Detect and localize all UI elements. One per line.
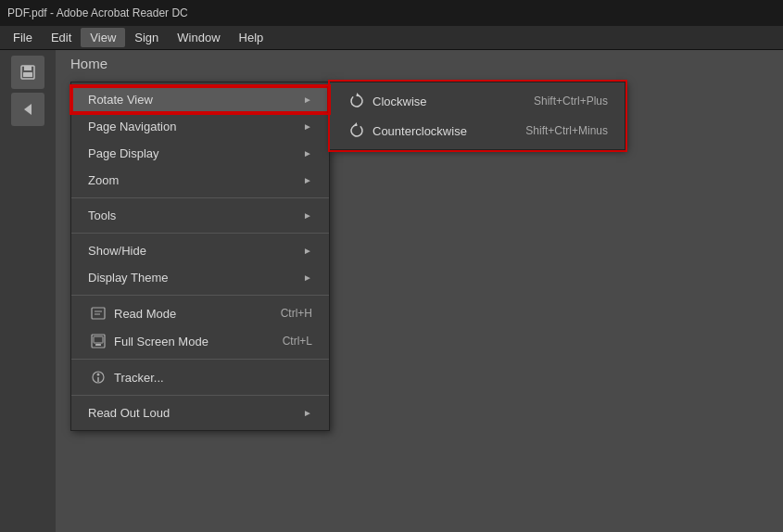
menu-item-page-display[interactable]: Page Display ► [71, 140, 329, 167]
app-title: PDF.pdf - Adobe Acrobat Reader DC [7, 6, 188, 19]
page-nav-label: Page Navigation [88, 120, 284, 133]
home-label: Home [70, 56, 107, 71]
rotate-submenu-box: Clockwise Shift+Ctrl+Plus Counterclockwi… [330, 82, 625, 150]
rotate-submenu: Clockwise Shift+Ctrl+Plus Counterclockwi… [329, 82, 625, 150]
separator-1 [71, 197, 329, 198]
display-theme-arrow: ► [303, 272, 312, 283]
rotate-view-label: Rotate View [88, 93, 284, 107]
counterclockwise-shortcut: Shift+Ctrl+Minus [525, 124, 608, 137]
menu-item-read-mode[interactable]: Read Mode Ctrl+H [71, 299, 329, 327]
page-display-label: Page Display [88, 146, 284, 160]
tracker-icon [88, 370, 108, 385]
menu-item-page-nav[interactable]: Page Navigation ► [71, 113, 329, 140]
svg-rect-1 [24, 66, 32, 70]
svg-rect-4 [92, 308, 105, 319]
menu-item-display-theme[interactable]: Display Theme ► [71, 264, 329, 291]
full-screen-icon [88, 334, 108, 348]
separator-5 [71, 395, 329, 396]
svg-marker-14 [353, 122, 357, 126]
full-screen-label: Full Screen Mode [114, 335, 255, 348]
counterclockwise-label: Counterclockwise [373, 124, 498, 138]
toolbar [0, 50, 56, 532]
svg-point-11 [97, 374, 100, 376]
show-hide-label: Show/Hide [88, 244, 284, 258]
read-mode-icon [88, 306, 108, 321]
separator-3 [71, 295, 329, 296]
menu-item-tools[interactable]: Tools ► [71, 202, 329, 229]
show-hide-arrow: ► [303, 246, 312, 256]
menu-view[interactable]: View [81, 28, 125, 47]
home-tab: Home [56, 50, 122, 77]
tracker-label: Tracker... [114, 371, 312, 385]
full-screen-shortcut: Ctrl+L [283, 335, 312, 348]
read-out-loud-arrow: ► [303, 408, 312, 418]
counterclockwise-icon [347, 122, 367, 139]
svg-marker-3 [24, 104, 32, 115]
clockwise-shortcut: Shift+Ctrl+Plus [534, 95, 608, 108]
svg-marker-13 [357, 93, 360, 96]
page-nav-arrow: ► [303, 121, 312, 132]
save-button[interactable] [11, 56, 44, 89]
tools-label: Tools [88, 209, 284, 222]
menu-edit[interactable]: Edit [42, 28, 81, 47]
svg-rect-2 [23, 72, 32, 77]
nav-prev-button[interactable] [11, 93, 44, 126]
zoom-label: Zoom [88, 173, 284, 187]
separator-2 [71, 233, 329, 234]
page-display-arrow: ► [303, 148, 312, 158]
tools-arrow: ► [303, 210, 312, 221]
display-theme-label: Display Theme [88, 271, 284, 285]
svg-rect-8 [94, 336, 103, 343]
read-mode-shortcut: Ctrl+H [281, 307, 312, 320]
read-mode-label: Read Mode [114, 307, 253, 321]
rotate-view-arrow: ► [303, 95, 312, 105]
clockwise-label: Clockwise [373, 95, 506, 108]
menu-window[interactable]: Window [168, 28, 229, 47]
read-out-loud-label: Read Out Loud [88, 406, 284, 420]
view-menu: Rotate View ► Page Navigation ► Page Dis… [70, 82, 330, 431]
menu-item-zoom[interactable]: Zoom ► [71, 167, 329, 194]
menu-help[interactable]: Help [230, 28, 273, 47]
menu-item-rotate-view[interactable]: Rotate View ► [71, 86, 329, 113]
menu-item-read-out-loud[interactable]: Read Out Loud ► [71, 399, 329, 426]
svg-rect-9 [95, 344, 101, 346]
menu-item-tracker[interactable]: Tracker... [71, 363, 329, 391]
zoom-arrow: ► [303, 175, 312, 185]
separator-4 [71, 359, 329, 360]
title-bar: PDF.pdf - Adobe Acrobat Reader DC [0, 0, 783, 26]
menu-item-clockwise[interactable]: Clockwise Shift+Ctrl+Plus [330, 86, 625, 116]
clockwise-icon [347, 93, 367, 109]
menu-item-counterclockwise[interactable]: Counterclockwise Shift+Ctrl+Minus [330, 116, 625, 146]
menu-sign[interactable]: Sign [125, 28, 168, 47]
app-area: Home Rotate View ► Page Navigation ► Pag… [0, 50, 783, 532]
menu-item-show-hide[interactable]: Show/Hide ► [71, 237, 329, 264]
menu-bar: File Edit View Sign Window Help [0, 26, 783, 50]
menu-file[interactable]: File [4, 28, 42, 47]
menu-item-full-screen[interactable]: Full Screen Mode Ctrl+L [71, 327, 329, 355]
